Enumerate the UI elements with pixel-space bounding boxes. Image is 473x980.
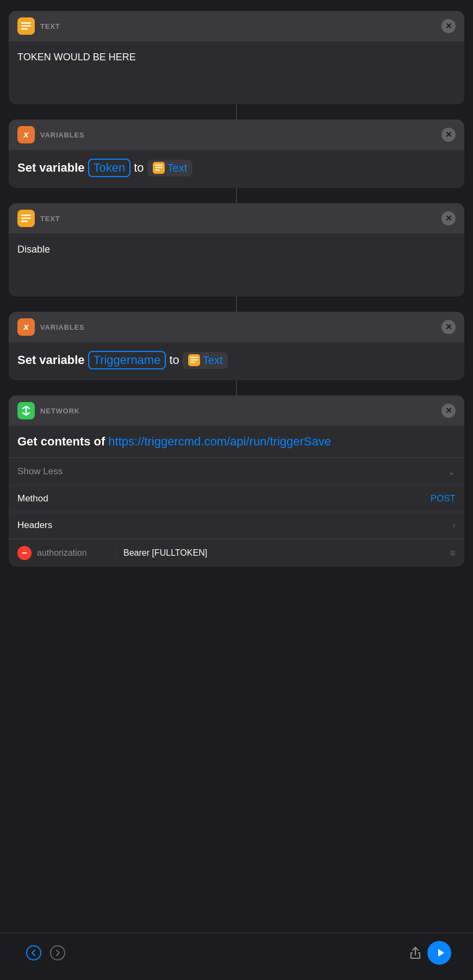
card-header-left: TEXT [17,17,60,35]
svg-rect-2 [21,28,28,30]
card-text-content-1: TOKEN WOULD BE HERE [17,50,456,93]
card-type-label-1: TEXT [40,22,60,30]
card-type-label-var-2: VARIABLES [40,323,84,331]
card-header-text-2: TEXT ✕ [9,203,464,234]
close-button-network[interactable]: ✕ [441,404,456,418]
card-header-left-network: NETWORK [17,402,80,419]
card-text-content-2: Disable [17,242,456,286]
auth-value-label: Bearer [FULLTOKEN] [123,548,444,558]
share-button[interactable] [403,941,427,965]
card-header-network: NETWORK ✕ [9,395,464,426]
svg-rect-8 [21,221,28,222]
variables-icon-2: x [17,318,35,336]
get-contents-label: Get contents of [17,435,105,449]
text-icon-2 [17,210,35,227]
svg-rect-4 [155,167,163,168]
card-header-left-var-1: x VARIABLES [17,126,84,143]
text-badge-1[interactable]: Text [147,160,193,177]
back-button[interactable] [22,941,46,965]
close-button-1[interactable]: ✕ [441,19,456,33]
svg-rect-10 [190,360,198,361]
network-url[interactable]: https://triggercmd.com/api/run/triggerSa… [108,435,331,449]
card-body-1: TOKEN WOULD BE HERE [9,41,464,104]
variables-card-2: x VARIABLES ✕ Set variable Triggername t… [9,312,464,380]
get-contents-line: Get contents of https://triggercmd.com/a… [17,435,456,457]
network-body: Get contents of https://triggercmd.com/a… [9,426,464,457]
chevron-down-icon: ⌄ [447,466,456,478]
variables-body-2: Set variable Triggername to Text [9,342,464,380]
text-badge-2[interactable]: Text [183,352,228,369]
connector-1 [236,104,237,120]
svg-rect-11 [190,362,195,363]
close-button-var-2[interactable]: ✕ [441,320,456,334]
bottom-bar [0,933,473,980]
set-variable-label-1: Set variable [17,161,85,175]
show-less-label: Show Less [17,466,63,477]
card-type-label-2: TEXT [40,215,60,223]
headers-label: Headers [17,520,52,531]
card-header-text-1: TEXT ✕ [9,11,464,41]
variable-name-token[interactable]: Token [88,159,131,177]
variable-name-triggername[interactable]: Triggername [88,351,166,369]
network-card: NETWORK ✕ Get contents of https://trigge… [9,395,464,567]
network-icon [17,402,35,419]
reorder-icon[interactable]: ≡ [450,548,456,559]
show-less-row[interactable]: Show Less ⌄ [9,458,464,486]
variables-icon-1: x [17,126,35,143]
text-card-1: TEXT ✕ TOKEN WOULD BE HERE [9,11,464,104]
card-header-var-2: x VARIABLES ✕ [9,312,464,342]
variables-body-1: Set variable Token to Text [9,150,464,188]
method-row[interactable]: Method POST [9,486,464,512]
svg-rect-5 [155,169,160,171]
auth-row-divider [115,546,116,560]
to-label-2: to [169,353,179,367]
text-icon-1 [17,17,35,35]
close-button-var-1[interactable]: ✕ [441,128,456,142]
svg-rect-1 [21,26,31,27]
close-button-2[interactable]: ✕ [441,211,456,225]
svg-rect-0 [21,22,31,24]
svg-rect-9 [190,357,198,358]
remove-auth-button[interactable]: − [17,546,32,560]
text-badge-icon-2 [188,354,200,366]
connector-2 [236,188,237,203]
text-badge-label-1: Text [167,162,188,174]
play-button[interactable] [427,941,451,965]
set-variable-label-2: Set variable [17,353,85,367]
svg-rect-7 [21,218,31,219]
text-badge-label-2: Text [203,354,223,367]
method-value: POST [431,493,456,504]
card-type-label-var-1: VARIABLES [40,131,84,139]
to-label-1: to [134,161,144,175]
svg-rect-3 [155,165,163,166]
headers-row[interactable]: Headers › [9,512,464,539]
svg-point-13 [51,946,65,960]
card-type-label-network: NETWORK [40,407,80,415]
method-label: Method [17,493,48,504]
chevron-right-icon: › [452,520,456,531]
card-body-2: Disable [9,234,464,297]
auth-key-label: authorization [37,548,108,558]
connector-3 [236,297,237,312]
text-badge-icon-1 [153,162,165,174]
auth-row: − authorization Bearer [FULLTOKEN] ≡ [9,539,464,567]
variables-card-1: x VARIABLES ✕ Set variable Token to Text [9,120,464,188]
connector-4 [236,380,237,395]
card-header-var-1: x VARIABLES ✕ [9,120,464,150]
svg-point-12 [27,946,41,960]
svg-rect-6 [21,215,31,216]
card-header-left-2: TEXT [17,210,60,227]
svg-marker-14 [438,949,444,957]
show-less-right: ⌄ [447,466,456,478]
forward-button[interactable] [46,941,70,965]
text-card-2: TEXT ✕ Disable [9,203,464,297]
card-header-left-var-2: x VARIABLES [17,318,84,336]
